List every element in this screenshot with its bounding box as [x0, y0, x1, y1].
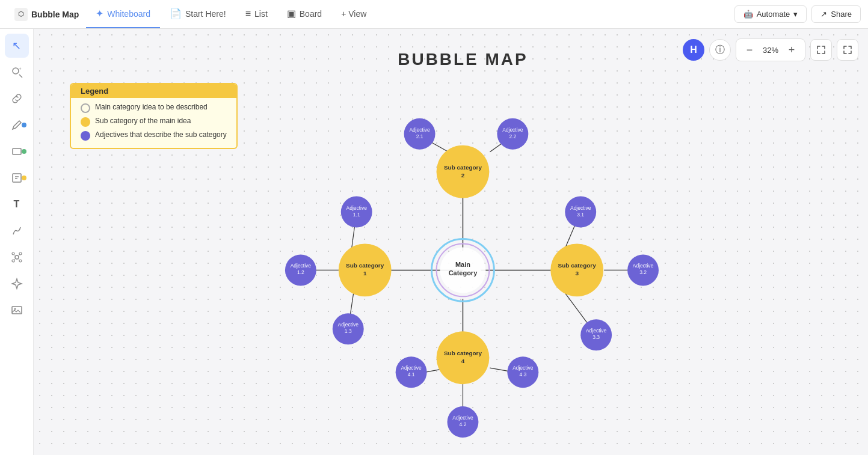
svg-point-18	[14, 308, 16, 310]
automate-label: Automate	[757, 10, 790, 19]
zoom-in-button[interactable]: +	[783, 41, 800, 58]
cursor-tool[interactable]: ↖	[5, 34, 29, 58]
draw-tool[interactable]	[5, 219, 29, 243]
svg-point-10	[12, 260, 14, 262]
app-logo: ⬡ Bubble Map	[7, 8, 86, 21]
fullscreen-button[interactable]	[837, 39, 858, 61]
legend-box: Legend Main category idea to be describe…	[70, 83, 238, 149]
tab-whiteboard-label: Whiteboard	[107, 9, 150, 19]
nav-right: 🤖 Automate ▾ ↗ Share	[734, 5, 861, 23]
tab-list[interactable]: ≡ List	[236, 0, 277, 28]
canvas-controls: H ⓘ − 32% +	[683, 38, 858, 61]
share-button[interactable]: ↗ Share	[811, 5, 861, 23]
legend-adj-label: Adjectives that describe the sub categor…	[95, 130, 227, 140]
adj21-label-1: Adjective	[409, 127, 430, 133]
legend-main-label: Main category idea to be described	[95, 103, 208, 112]
link-tool[interactable]	[5, 87, 29, 111]
pen-color-dot	[22, 123, 26, 127]
tab-list-label: List	[254, 9, 268, 19]
text-tool[interactable]: T	[5, 192, 29, 216]
tab-board[interactable]: ▣ Board	[277, 0, 331, 28]
sub4-label-1: Sub category	[444, 350, 482, 356]
sub3-label-2: 3	[575, 270, 579, 276]
user-avatar[interactable]: H	[683, 39, 704, 61]
legend-main-circle	[81, 103, 90, 113]
adj12-label-1: Adjective	[291, 263, 312, 269]
shapes-plus-tool[interactable]: +	[5, 60, 29, 84]
svg-point-11	[19, 260, 22, 262]
legend-item-sub: Sub category of the main idea	[81, 117, 227, 127]
adj32-label-1: Adjective	[633, 263, 654, 269]
app-title: Bubble Map	[31, 10, 79, 19]
svg-point-8	[12, 252, 14, 255]
zoom-value: 32%	[760, 46, 781, 55]
network-tool[interactable]	[5, 245, 29, 269]
legend-item-adj: Adjectives that describe the sub categor…	[81, 130, 227, 141]
top-nav: ⬡ Bubble Map ✦ Whiteboard 📄 Start Here! …	[0, 0, 868, 29]
svg-line-13	[19, 255, 19, 255]
logo-icon: ⬡	[14, 8, 28, 21]
zoom-control: − 32% +	[736, 38, 805, 61]
adj13-label-1: Adjective	[338, 322, 359, 328]
diagram-title: BUBBLE MAP	[398, 50, 528, 69]
automate-dropdown-icon: ▾	[793, 10, 798, 19]
magic-tool[interactable]	[5, 272, 29, 296]
legend-title: Legend	[71, 84, 236, 98]
start-here-icon: 📄	[170, 8, 182, 19]
adj33-label-2: 3.3	[593, 334, 600, 340]
canvas-area[interactable]: H ⓘ − 32% + Legend Main category idea to…	[34, 29, 868, 455]
adj43-label-1: Adjective	[512, 365, 534, 371]
svg-marker-16	[12, 279, 22, 289]
sub1-label-2: 1	[363, 270, 367, 276]
sticky-tool[interactable]	[5, 166, 29, 190]
sub4-label-2: 4	[461, 358, 465, 364]
adj11-label-2: 1.1	[353, 212, 360, 218]
image-tool[interactable]	[5, 298, 29, 322]
add-view-label: + View	[341, 9, 366, 19]
adj11-label-1: Adjective	[346, 205, 368, 211]
sub1-label-1: Sub category	[346, 262, 384, 269]
main-label-2: Category	[449, 269, 478, 276]
svg-text:+: +	[19, 66, 22, 72]
sub3-label-1: Sub category	[558, 262, 597, 269]
adj41-label-1: Adjective	[401, 365, 422, 371]
share-icon: ↗	[820, 10, 827, 19]
pen-tool[interactable]	[5, 113, 29, 137]
info-button[interactable]: ⓘ	[709, 39, 731, 61]
adj12-label-2: 1.2	[297, 269, 304, 275]
nav-tabs: ✦ Whiteboard 📄 Start Here! ≡ List ▣ Boar…	[86, 0, 376, 28]
board-icon: ▣	[287, 8, 296, 19]
tab-whiteboard[interactable]: ✦ Whiteboard	[86, 0, 160, 28]
svg-point-9	[19, 252, 22, 255]
automate-button[interactable]: 🤖 Automate ▾	[734, 5, 807, 23]
adj31-label-1: Adjective	[570, 205, 591, 211]
tab-board-label: Board	[300, 9, 322, 19]
rectangle-tool[interactable]	[5, 139, 29, 163]
svg-point-0	[13, 68, 19, 74]
svg-rect-3	[13, 148, 21, 154]
adj31-label-2: 3.1	[577, 212, 584, 218]
svg-line-15	[19, 259, 19, 260]
fit-to-screen-button[interactable]	[810, 39, 832, 61]
legend-item-main: Main category idea to be described	[81, 103, 227, 113]
left-toolbar: ↖ + T	[0, 29, 34, 455]
adj32-label-2: 3.2	[639, 269, 647, 275]
whiteboard-icon: ✦	[96, 8, 103, 19]
legend-sub-circle	[81, 117, 90, 127]
adj22-label-2: 2.2	[509, 133, 516, 139]
zoom-out-button[interactable]: −	[741, 41, 758, 58]
adj41-label-2: 4.1	[408, 371, 415, 377]
tab-add-view[interactable]: + View	[331, 0, 376, 28]
svg-line-12	[14, 255, 15, 255]
rect-color-dot	[22, 149, 26, 154]
share-label: Share	[831, 10, 852, 19]
adj42-label-1: Adjective	[452, 415, 473, 421]
svg-point-7	[15, 255, 19, 259]
sticky-color-dot	[22, 176, 26, 180]
tab-start-here[interactable]: 📄 Start Here!	[160, 0, 236, 28]
svg-line-1	[19, 75, 22, 78]
adj42-label-2: 4.2	[460, 421, 467, 427]
adj13-label-2: 1.3	[345, 328, 352, 334]
list-icon: ≡	[245, 8, 251, 19]
tab-start-here-label: Start Here!	[185, 9, 226, 19]
